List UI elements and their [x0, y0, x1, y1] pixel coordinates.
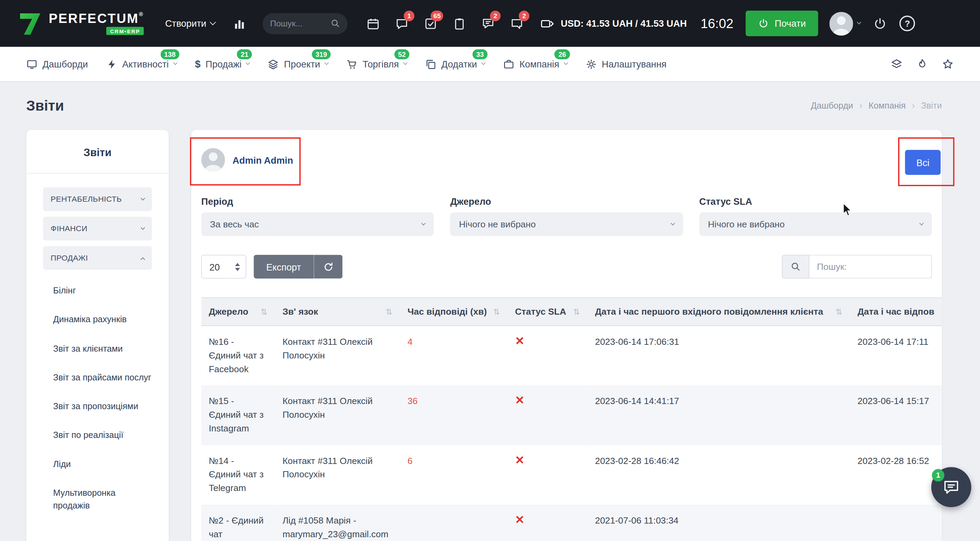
chevron-up-icon [140, 257, 145, 262]
nav-badge: 21 [237, 49, 252, 59]
global-search-input[interactable] [270, 19, 331, 28]
cell-contact[interactable]: Контакт #311 Олексій Полосухін [275, 386, 400, 445]
create-menu[interactable]: Створити [165, 18, 215, 29]
chart-bars-icon[interactable] [233, 16, 247, 30]
cell-contact[interactable]: Контакт #311 Олексій Полосухін [275, 326, 400, 386]
logout-power-icon[interactable] [873, 16, 887, 30]
tasks-check-icon[interactable]: 65 [424, 16, 438, 30]
export-button[interactable]: Експорт [254, 255, 313, 278]
calendar-icon[interactable] [366, 16, 380, 30]
sidebar-link-realization-report[interactable]: Звіт по реалізації [53, 429, 152, 441]
report-panel: Admin Admin Всі Період За весь час Джере… [191, 130, 942, 541]
gear-icon [585, 59, 597, 70]
col-response-time: Час відповіді (хв) [407, 307, 487, 317]
cell-first-message: 2023-06-14 14:41:17 [588, 386, 850, 445]
all-button[interactable]: Всі [905, 150, 940, 175]
accordion-sales[interactable]: ПРОДАЖІ [43, 246, 152, 270]
chat-bubble-icon[interactable]: 1 [395, 16, 409, 30]
table-row[interactable]: №16 - Єдиний чат з Facebook Контакт #311… [201, 326, 942, 386]
global-search [262, 13, 347, 34]
cell-minutes: 6 [400, 445, 508, 505]
comments-badge: 2 [490, 10, 501, 21]
table-row[interactable]: №14 - Єдиний чат з Telegram Контакт #311… [201, 445, 942, 505]
cell-contact[interactable]: Лід #1058 Марія - marymary_23@gmail.com [275, 505, 400, 541]
breadcrumb-current: Звіти [921, 101, 942, 111]
col-answer-time: Дата і час відпові [858, 307, 934, 317]
logo-seven-icon [16, 10, 43, 36]
nav-item-projects[interactable]: Проекти 319 [267, 47, 328, 81]
sort-icon[interactable] [836, 307, 843, 316]
chat-widget-button[interactable]: 1 [931, 467, 971, 507]
table-search [782, 255, 932, 278]
avatar [201, 148, 225, 171]
lightning-icon [106, 59, 117, 70]
perfectum-logo[interactable]: PERFECTUM® CRM•ERP [16, 10, 144, 36]
sidebar-link-pricelists-report[interactable]: Звіт за прайсами послуг [53, 371, 152, 384]
cell-minutes: 36 [400, 386, 508, 445]
user-name: Admin Admin [233, 154, 293, 165]
user-menu[interactable] [830, 12, 861, 35]
nav-item-dashboards[interactable]: Дашборди [26, 47, 88, 81]
stack-icon[interactable] [891, 58, 902, 70]
chevron-down-icon [857, 20, 861, 24]
cell-contact[interactable]: Контакт #311 Олексій Полосухін [275, 445, 400, 505]
cell-minutes [400, 505, 508, 541]
cell-answered: 2023-06-14 15:17 [850, 386, 942, 445]
help-icon[interactable] [899, 16, 915, 32]
search-button[interactable] [782, 255, 809, 278]
nav-item-settings[interactable]: Налаштування [585, 47, 667, 81]
col-sla-status: Статус SLA [515, 307, 566, 317]
sidebar-title: Звіти [26, 130, 169, 174]
sidebar-link-leads[interactable]: Ліди [53, 458, 152, 470]
chat-dots-icon[interactable]: 2 [510, 16, 524, 30]
col-first-message: Дата і час першого вхідного повідомлення… [595, 307, 823, 317]
col-source: Джерело [209, 307, 248, 317]
period-select[interactable]: За весь час [201, 212, 434, 236]
sort-icon[interactable] [573, 307, 580, 316]
refresh-icon [323, 261, 333, 272]
flame-icon[interactable] [916, 58, 928, 70]
refresh-button[interactable] [313, 255, 342, 278]
cell-source: №2 - Єдиний чат [201, 505, 275, 541]
report-user[interactable]: Admin Admin [201, 148, 293, 171]
chevron-down-icon [920, 221, 924, 225]
nav-item-trade[interactable]: Торгівля 52 [347, 47, 407, 81]
cell-first-message: 2023-06-14 17:06:31 [588, 326, 850, 386]
breadcrumb-dashboards[interactable]: Дашборди [811, 101, 853, 111]
filter-source: Джерело Нічого не вибрано [450, 196, 683, 236]
chevron-down-icon [140, 225, 145, 229]
sidebar-link-billing[interactable]: Білінг [53, 284, 152, 297]
star-icon[interactable] [942, 58, 954, 70]
sort-icon[interactable] [493, 307, 500, 316]
sort-icon[interactable] [386, 307, 393, 316]
table-search-input[interactable] [809, 255, 932, 278]
clipboard-icon[interactable] [453, 16, 466, 30]
topbar: PERFECTUM® CRM•ERP Створити 1 [0, 0, 980, 47]
start-button[interactable]: Почати [746, 11, 818, 36]
power-icon [758, 18, 769, 29]
chats-badge: 2 [519, 10, 530, 21]
app-root: PERFECTUM® CRM•ERP Створити 1 [0, 0, 980, 541]
comment-lines-icon[interactable]: 2 [481, 16, 495, 30]
page-size-select[interactable]: 20 [201, 255, 246, 278]
table-row[interactable]: №15 - Єдиний чат з Instagram Контакт #31… [201, 386, 942, 445]
sidebar-link-multifunnel[interactable]: Мультиворонка продажів [53, 487, 152, 512]
sla-status-select[interactable]: Нічого не вибрано [699, 212, 932, 236]
accordion-finances[interactable]: ФІНАНСИ [43, 217, 152, 240]
nav-item-activities[interactable]: Активності 138 [106, 47, 177, 81]
nav-item-company[interactable]: Компанія 26 [503, 47, 568, 81]
nav-item-addons[interactable]: Додатки 33 [425, 47, 485, 81]
search-icon[interactable] [331, 19, 340, 28]
transfer-icon [540, 16, 555, 30]
table-row[interactable]: №2 - Єдиний чат Лід #1058 Марія - maryma… [201, 505, 942, 541]
breadcrumb-company[interactable]: Компанія [869, 101, 906, 111]
sidebar-link-accounts-dynamics[interactable]: Динаміка рахунків [53, 313, 152, 326]
sla-fail-icon: ✕ [508, 326, 587, 386]
accordion-profitability[interactable]: РЕНТАБЕЛЬНІСТЬ [43, 187, 152, 211]
sidebar-link-clients-report[interactable]: Звіт за клієнтами [53, 342, 152, 355]
sidebar-link-proposals-report[interactable]: Звіт за пропозиціями [53, 400, 152, 412]
sort-icon[interactable] [261, 307, 267, 316]
source-select[interactable]: Нічого не вибрано [450, 212, 683, 236]
currency-rate[interactable]: USD: 41.53 UAH / 41.53 UAH [540, 16, 687, 30]
nav-item-sales[interactable]: $ Продажі 21 [195, 47, 250, 81]
